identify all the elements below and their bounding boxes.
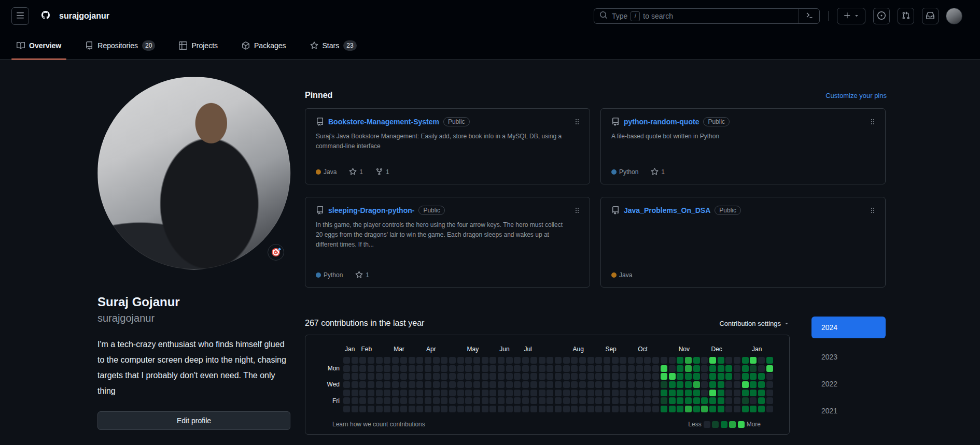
contribution-cell[interactable] bbox=[498, 397, 505, 404]
contribution-cell[interactable] bbox=[482, 357, 488, 364]
contribution-cell[interactable] bbox=[400, 365, 407, 372]
repo-link[interactable]: python-random-quote bbox=[624, 118, 699, 126]
contribution-cell[interactable] bbox=[498, 406, 505, 412]
contribution-cell[interactable] bbox=[742, 406, 749, 412]
contribution-cell[interactable] bbox=[539, 381, 545, 388]
github-logo[interactable] bbox=[41, 11, 50, 21]
inbox-button[interactable] bbox=[922, 8, 939, 24]
contribution-cell[interactable] bbox=[539, 406, 545, 412]
contribution-cell[interactable] bbox=[400, 390, 407, 396]
contribution-cell[interactable] bbox=[595, 365, 602, 372]
contribution-cell[interactable] bbox=[489, 406, 496, 412]
contribution-cell[interactable] bbox=[677, 406, 683, 412]
contribution-cell[interactable] bbox=[644, 397, 651, 404]
contribution-cell[interactable] bbox=[685, 373, 692, 380]
contribution-cell[interactable] bbox=[555, 390, 562, 396]
contribution-cell[interactable] bbox=[359, 381, 366, 388]
contribution-cell[interactable] bbox=[539, 365, 545, 372]
contribution-cell[interactable] bbox=[384, 365, 390, 372]
contribution-cell[interactable] bbox=[612, 406, 619, 412]
contribution-cell[interactable] bbox=[718, 357, 724, 364]
contribution-cell[interactable] bbox=[498, 357, 505, 364]
contribution-cell[interactable] bbox=[685, 397, 692, 404]
contribution-cell[interactable] bbox=[416, 357, 423, 364]
contribution-cell[interactable] bbox=[587, 357, 594, 364]
contribution-cell[interactable] bbox=[636, 381, 643, 388]
contribution-cell[interactable] bbox=[376, 381, 383, 388]
contribution-cell[interactable] bbox=[758, 381, 765, 388]
contribution-cell[interactable] bbox=[718, 390, 724, 396]
create-new-button[interactable] bbox=[837, 8, 865, 24]
contribution-cell[interactable] bbox=[522, 381, 529, 388]
contribution-cell[interactable] bbox=[685, 406, 692, 412]
contribution-cell[interactable] bbox=[563, 373, 570, 380]
contribution-cell[interactable] bbox=[482, 381, 488, 388]
contribution-cell[interactable] bbox=[530, 357, 537, 364]
contribution-cell[interactable] bbox=[368, 357, 374, 364]
contribution-cell[interactable] bbox=[392, 365, 399, 372]
contribution-cell[interactable] bbox=[612, 397, 619, 404]
contribution-cell[interactable] bbox=[457, 406, 464, 412]
contribution-cell[interactable] bbox=[734, 390, 740, 396]
contribution-cell[interactable] bbox=[514, 390, 521, 396]
tab-packages[interactable]: Packages bbox=[236, 32, 291, 59]
contribution-cell[interactable] bbox=[530, 365, 537, 372]
contribution-cell[interactable] bbox=[482, 406, 488, 412]
contribution-cell[interactable] bbox=[709, 373, 716, 380]
contribution-cell[interactable] bbox=[457, 397, 464, 404]
contribution-cell[interactable] bbox=[563, 381, 570, 388]
contribution-cell[interactable] bbox=[352, 373, 358, 380]
contribution-cell[interactable] bbox=[669, 390, 676, 396]
header-username[interactable]: surajgojanur bbox=[59, 11, 109, 21]
contribution-cell[interactable] bbox=[628, 373, 635, 380]
contribution-cell[interactable] bbox=[669, 397, 676, 404]
contribution-cell[interactable] bbox=[604, 365, 610, 372]
contribution-cell[interactable] bbox=[433, 406, 440, 412]
contribution-cell[interactable] bbox=[587, 365, 594, 372]
contribution-cell[interactable] bbox=[409, 397, 415, 404]
contribution-cell[interactable] bbox=[425, 397, 431, 404]
contribution-cell[interactable] bbox=[368, 381, 374, 388]
year-button-2024[interactable]: 2024 bbox=[811, 317, 886, 338]
contribution-cell[interactable] bbox=[473, 373, 480, 380]
contribution-cell[interactable] bbox=[758, 365, 765, 372]
contribution-cell[interactable] bbox=[441, 373, 447, 380]
contribution-cell[interactable] bbox=[457, 373, 464, 380]
contribution-cell[interactable] bbox=[441, 381, 447, 388]
contribution-cell[interactable] bbox=[392, 397, 399, 404]
contribution-cell[interactable] bbox=[734, 365, 740, 372]
contribution-cell[interactable] bbox=[669, 365, 676, 372]
contribution-cell[interactable] bbox=[368, 373, 374, 380]
contribution-cell[interactable] bbox=[416, 397, 423, 404]
contribution-cell[interactable] bbox=[579, 357, 586, 364]
contribution-cell[interactable] bbox=[652, 390, 659, 396]
contribution-cell[interactable] bbox=[359, 365, 366, 372]
contribution-cell[interactable] bbox=[514, 397, 521, 404]
contribution-cell[interactable] bbox=[547, 390, 553, 396]
contribution-cell[interactable] bbox=[506, 390, 513, 396]
contribution-cell[interactable] bbox=[644, 390, 651, 396]
contribution-cell[interactable] bbox=[685, 381, 692, 388]
contribution-cell[interactable] bbox=[612, 381, 619, 388]
contribution-cell[interactable] bbox=[595, 381, 602, 388]
contribution-cell[interactable] bbox=[587, 390, 594, 396]
contribution-cell[interactable] bbox=[555, 373, 562, 380]
contribution-cell[interactable] bbox=[750, 373, 757, 380]
contribution-cell[interactable] bbox=[376, 390, 383, 396]
contribution-cell[interactable] bbox=[579, 373, 586, 380]
contribution-cell[interactable] bbox=[368, 365, 374, 372]
contribution-cell[interactable] bbox=[514, 373, 521, 380]
contribution-cell[interactable] bbox=[742, 390, 749, 396]
contribution-cell[interactable] bbox=[677, 365, 683, 372]
contribution-cell[interactable] bbox=[718, 365, 724, 372]
contribution-cell[interactable] bbox=[359, 373, 366, 380]
contribution-cell[interactable] bbox=[352, 381, 358, 388]
contribution-cell[interactable] bbox=[734, 381, 740, 388]
contribution-cell[interactable] bbox=[392, 357, 399, 364]
contribution-cell[interactable] bbox=[628, 397, 635, 404]
contribution-cell[interactable] bbox=[547, 365, 553, 372]
contribution-cell[interactable] bbox=[563, 406, 570, 412]
contribution-cell[interactable] bbox=[522, 397, 529, 404]
contribution-cell[interactable] bbox=[652, 381, 659, 388]
contribution-cell[interactable] bbox=[652, 365, 659, 372]
